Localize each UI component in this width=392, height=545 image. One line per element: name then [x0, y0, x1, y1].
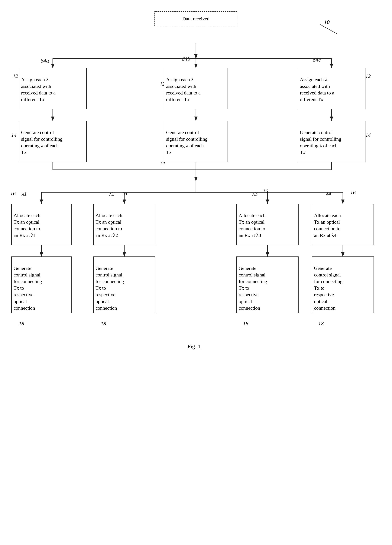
assign-box-64a: Assign each λ associated with received d… [19, 68, 87, 109]
assign-64c-text: Assign each λ associated with received d… [300, 77, 334, 102]
label-64b: 64b [182, 56, 190, 62]
gen-signal-box-18-1: Generate control signal for connecting T… [11, 256, 72, 313]
alloc-box-lambda1: Allocate each Tx an optical connection t… [11, 204, 72, 245]
data-received-label: Data received [182, 15, 210, 22]
ref-18-1: 18 [19, 321, 24, 327]
alloc-lambda1-text: Allocate each Tx an optical connection t… [13, 213, 40, 238]
ref-14-right: 14 [365, 132, 371, 138]
ref-14-left-bracket: 14 [11, 132, 17, 138]
gen-18-4-text: Generate control signal for connecting T… [314, 266, 343, 311]
gen-ctrl-box-14c: Generate control signal for controlling … [298, 121, 365, 162]
assign-box-64b: Assign each λ associated with received d… [164, 68, 228, 109]
svg-line-28 [320, 25, 337, 34]
diagram: Data received 10 64a 64b 64c 12 Assign e… [0, 0, 392, 545]
gen-18-2-text: Generate control signal for connecting T… [96, 266, 124, 311]
lambda-3-label: λ3 [253, 191, 258, 197]
assign-64b-text: Assign each λ associated with received d… [166, 77, 201, 102]
ref-18-3: 18 [243, 321, 248, 327]
lambda-4-label: λ4 [326, 191, 331, 197]
label-64a: 64a [41, 57, 49, 64]
ref-18-3-text: 18 [243, 321, 248, 326]
gen-ctrl-14a-text: Generate control signal for controlling … [21, 130, 63, 155]
lambda-1-label: λ1 [22, 191, 27, 197]
ref-16-4: 16 [350, 190, 356, 196]
assign-box-64c: Assign each λ associated with received d… [298, 68, 365, 109]
assign-64a-text: Assign each λ associated with received d… [21, 77, 55, 102]
ref-16-3: 16 [263, 188, 268, 194]
gen-18-3-text: Generate control signal for connecting T… [239, 266, 267, 311]
ref-12-right: 12 [365, 73, 371, 79]
ref-18-4-text: 18 [318, 321, 324, 326]
ref-18-4: 18 [318, 321, 324, 327]
label-64c: 64c [313, 56, 321, 63]
gen-ctrl-14b-text: Generate control signal for controlling … [166, 130, 208, 155]
gen-ctrl-box-14a: Generate control signal for controlling … [19, 121, 87, 162]
gen-signal-box-18-4: Generate control signal for connecting T… [312, 256, 374, 313]
ref-16-2: 16 [122, 191, 127, 197]
alloc-lambda2-text: Allocate each Tx an optical connection t… [96, 213, 122, 238]
data-received-box: Data received [154, 11, 237, 26]
lambda-2-label: λ2 [109, 191, 115, 197]
alloc-box-lambda4: Allocate each Tx an optical connection t… [312, 204, 374, 245]
ref-18-2-text: 18 [101, 321, 106, 326]
ref-12-left: 12 [13, 73, 18, 79]
gen-signal-box-18-2: Generate control signal for connecting T… [93, 256, 155, 313]
gen-ctrl-14c-text: Generate control signal for controlling … [300, 130, 341, 155]
alloc-lambda4-text: Allocate each Tx an optical connection t… [314, 213, 341, 238]
alloc-box-lambda3: Allocate each Tx an optical connection t… [236, 204, 299, 245]
ref-18-2: 18 [101, 321, 106, 327]
ref-16-1: 16 [10, 191, 16, 197]
gen-signal-box-18-3: Generate control signal for connecting T… [236, 256, 299, 313]
gen-18-1-text: Generate control signal for connecting T… [13, 266, 42, 311]
ref-18-1-text: 18 [19, 321, 24, 326]
ref-10: 10 [324, 19, 330, 25]
figure-caption: Fig. 1 [169, 343, 218, 350]
gen-ctrl-box-14b: Generate control signal for controlling … [164, 121, 228, 162]
ref-14-left: 14 [11, 132, 17, 138]
alloc-box-lambda2: Allocate each Tx an optical connection t… [93, 204, 155, 245]
alloc-lambda3-text: Allocate each Tx an optical connection t… [239, 213, 265, 238]
